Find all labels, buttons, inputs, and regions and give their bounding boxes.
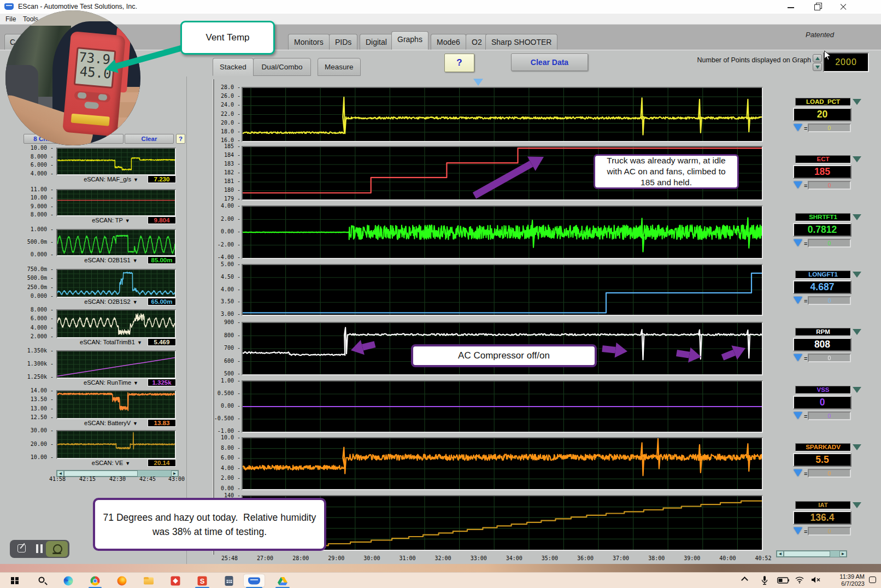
tray-chevron-icon[interactable] (741, 577, 748, 584)
mini-chart-name[interactable]: eSCAN: TotalTrimB1▼ (67, 339, 155, 345)
mini-chart-name[interactable]: eSCAN: BatteryV▼ (67, 420, 155, 426)
mini-chart-totaltrim (56, 309, 176, 338)
mini-ytick: 20.00 - (16, 441, 54, 447)
wifi-icon[interactable] (795, 576, 804, 584)
pid-value-longft1: 4.687 (793, 280, 851, 294)
left-clear-button[interactable]: Clear (125, 134, 174, 144)
pid-dropdown-icon[interactable] (853, 444, 861, 450)
mini-chart-name[interactable]: eSCAN: VE▼ (67, 460, 155, 466)
chevron-down-icon[interactable]: ▼ (133, 258, 138, 263)
firefox-icon[interactable] (111, 574, 132, 587)
mini-chart-name[interactable]: eSCAN: O2B1S1▼ (67, 257, 155, 263)
pid-label-rpm: RPM (795, 328, 851, 336)
graph-cursor-marker[interactable] (473, 79, 483, 86)
subtab-measure[interactable]: Measure (318, 58, 361, 76)
tab-digital[interactable]: Digital (360, 34, 393, 50)
pid-marker-icon[interactable] (794, 527, 802, 534)
chevron-down-icon[interactable]: ▼ (133, 380, 138, 386)
tab-graphs[interactable]: Graphs (391, 31, 428, 50)
spinner-down-icon[interactable] (813, 63, 822, 71)
clear-data-button[interactable]: Clear Data (511, 54, 588, 71)
points-spinner[interactable] (813, 54, 822, 72)
left-xtick: 42:30 (105, 476, 130, 482)
escan-app-icon[interactable] (244, 574, 265, 587)
edge-icon[interactable] (58, 574, 79, 587)
subtab-dual-combo[interactable]: Dual/Combo (253, 58, 311, 76)
chevron-down-icon[interactable]: ▼ (133, 177, 138, 183)
main-ytick: 28.0 - (202, 84, 240, 90)
mini-chart-name[interactable]: eSCAN: MAF_g/s▼ (67, 176, 155, 183)
menu-file[interactable]: File (5, 15, 16, 23)
tab-o2[interactable]: O2 (466, 34, 488, 50)
restore-button[interactable] (805, 0, 829, 14)
webcam-icon[interactable] (46, 541, 68, 557)
pid-marker-icon[interactable] (794, 469, 802, 477)
chevron-down-icon[interactable]: ▼ (125, 218, 130, 224)
mini-ytick: 4.000 - (16, 170, 54, 177)
main-xtick: 28:00 (289, 555, 313, 561)
tab-mode6[interactable]: Mode6 (431, 34, 466, 50)
pid-label-load_pct: LOAD_PCT (795, 98, 851, 106)
pid-dropdown-icon[interactable] (853, 156, 861, 162)
main-xtick: 25:48 (218, 555, 242, 561)
search-icon[interactable] (31, 574, 52, 587)
points-label: Number of Points displayed on Graph (636, 56, 811, 64)
mini-chart-name[interactable]: eSCAN: RunTime▼ (67, 379, 155, 386)
taskbar-clock[interactable]: 11:39 AM 6/7/2023 (825, 573, 865, 587)
tab-sharp-shooter[interactable]: Sharp SHOOTER (485, 34, 557, 50)
pid-marker-icon[interactable] (794, 412, 802, 419)
chevron-down-icon[interactable]: ▼ (125, 461, 130, 466)
tab-pids[interactable]: PIDs (329, 34, 357, 50)
start-button[interactable] (4, 574, 25, 587)
mini-chart-o2b1s1 (56, 229, 176, 256)
pid-zero-box: 0 (808, 124, 851, 132)
mini-ytick: 14.00 - (16, 387, 54, 393)
pid-marker-icon[interactable] (794, 354, 802, 361)
left-help-button[interactable]: ? (176, 134, 185, 144)
main-ytick: 3.50 - (202, 298, 240, 304)
chrome-icon[interactable] (85, 574, 105, 587)
main-ytick: 26.0 - (202, 93, 240, 99)
mini-chart-name[interactable]: eSCAN: TP▼ (67, 217, 155, 224)
help-button[interactable]: ? (444, 54, 474, 72)
subtab-stacked[interactable]: Stacked (213, 58, 254, 76)
chevron-down-icon[interactable]: ▼ (133, 299, 138, 305)
mini-ytick: 1.000 - (16, 226, 54, 232)
pid-marker-icon[interactable] (794, 239, 802, 246)
pid-label-vss: VSS (795, 386, 851, 394)
tab-monitors[interactable]: Monitors (288, 34, 330, 50)
pid-dropdown-icon[interactable] (853, 214, 861, 220)
pid-marker-icon[interactable] (794, 297, 802, 304)
notification-icon[interactable] (869, 577, 876, 583)
speaker-muted-icon[interactable] (811, 576, 821, 584)
ac-compressor-text: AC Compressor off/on (413, 346, 595, 365)
chevron-down-icon[interactable]: ▼ (133, 421, 138, 426)
mini-chart-name[interactable]: eSCAN: O2B1S2▼ (67, 298, 155, 305)
presenter-app-icon[interactable] (165, 574, 186, 587)
close-button[interactable] (831, 0, 855, 14)
mini-chart-o2b1s2 (56, 269, 176, 298)
pid-dropdown-icon[interactable] (853, 329, 861, 335)
google-drive-icon[interactable] (272, 574, 293, 587)
pid-marker-icon[interactable] (794, 124, 802, 131)
mini-ytick: 11.00 - (16, 186, 54, 192)
pid-dropdown-icon[interactable] (853, 502, 861, 508)
left-xtick: 42:45 (136, 476, 160, 482)
main-ytick: 18.0 - (202, 128, 240, 134)
battery-icon[interactable] (777, 577, 789, 584)
app-icon (4, 3, 14, 10)
pid-marker-icon[interactable] (794, 181, 802, 189)
microphone-icon[interactable] (761, 575, 768, 585)
pause-icon[interactable] (36, 544, 43, 553)
annotate-icon[interactable] (17, 544, 26, 552)
main-hscrollbar[interactable]: ◄► (776, 550, 847, 557)
pid-dropdown-icon[interactable] (853, 387, 861, 393)
spinner-up-icon[interactable] (813, 54, 822, 62)
minimize-button[interactable] (779, 0, 803, 14)
chevron-down-icon[interactable]: ▼ (137, 340, 142, 345)
pid-dropdown-icon[interactable] (853, 99, 861, 105)
calculator-icon[interactable] (219, 574, 239, 587)
screencast-app-icon[interactable]: S (192, 574, 213, 587)
file-explorer-icon[interactable] (138, 574, 159, 587)
pid-dropdown-icon[interactable] (853, 272, 861, 278)
